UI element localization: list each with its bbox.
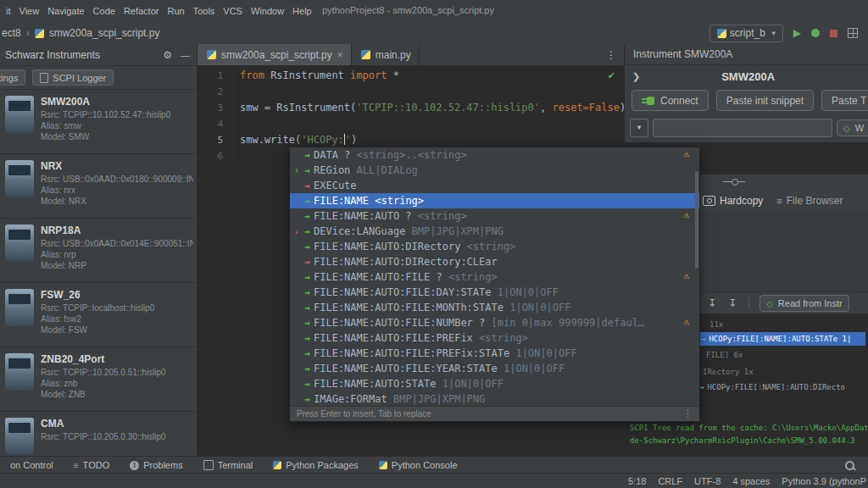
instrument-resource: Rsrc: TCPIP::10.205.0.30::hislip0 <box>41 431 166 442</box>
status-item[interactable]: 5:18 <box>628 476 646 486</box>
dropdown-button[interactable]: ▼ <box>630 119 648 137</box>
toolwindow-button-terminal[interactable]: Terminal <box>193 460 264 470</box>
read-from-instrument-button[interactable]: ◇ Read from Instr <box>760 295 849 312</box>
completion-item[interactable]: →FILE:NAME:AUTO ? <string>⚠ <box>290 208 699 224</box>
completion-item[interactable]: →FILE:NAME:AUTO:FILE:DAY:STATe 1|ON|0|OF… <box>290 285 699 300</box>
paste-init-snippet-button[interactable]: Paste init snippet <box>716 90 814 111</box>
search-icon[interactable] <box>845 461 854 470</box>
read-settings-icon[interactable]: ↧ <box>708 297 716 309</box>
editor-tab[interactable]: smw200a_scpi_script.py× <box>198 44 352 65</box>
menu-item-refactor[interactable]: Refactor <box>120 2 164 20</box>
error-icon: ! <box>130 461 139 470</box>
toolwindow-button-on-control[interactable]: on Control <box>0 460 64 470</box>
instrument-info: CMARsrc: TCPIP::10.205.0.30::hislip0 <box>41 418 166 456</box>
completion-params: 1|ON|0|OFF <box>437 378 504 390</box>
status-item[interactable]: Python 3.9 (pythonP <box>782 476 866 486</box>
scrollbar-thumb[interactable] <box>695 171 698 269</box>
completion-item[interactable]: →FILE:NAME:AUTO:DIRectory <string> <box>290 239 699 254</box>
breadcrumb-file[interactable]: smw200a_scpi_script.py <box>47 27 162 39</box>
connect-button[interactable]: Connect <box>632 90 709 111</box>
instrument-card[interactable]: ZNB20_4PortRsrc: TCPIP::10.205.0.51::his… <box>0 347 197 412</box>
instrument-card[interactable]: NRXRsrc: USB::0x0AAD::0x0180::900009::IN… <box>0 154 197 219</box>
read-from-label: Read from Instr <box>778 298 843 308</box>
stop-button[interactable] <box>830 30 837 37</box>
instrument-card[interactable]: SMW200ARsrc: TCPIP::10.102.52.47::hislip… <box>0 90 197 154</box>
layout-grid-icon[interactable] <box>848 28 858 38</box>
read-all-icon[interactable]: ↧ <box>728 297 737 309</box>
status-item[interactable]: CRLF <box>658 476 682 486</box>
menu-item-run[interactable]: Run <box>163 2 188 20</box>
code-line[interactable]: 1from RsInstrument import * <box>198 68 624 84</box>
settings-button[interactable]: ttings <box>0 69 25 86</box>
editor-tab[interactable]: main.py <box>352 44 420 65</box>
code-line[interactable]: 4 <box>198 116 624 132</box>
completion-params: ALL|DIALog <box>350 164 417 176</box>
completion-item[interactable]: ↓→DEVice:LANGuage BMP|JPG|XPM|PNG <box>290 224 699 239</box>
tab-file-browser[interactable]: ≡ File Browser <box>776 195 843 207</box>
completion-item[interactable]: →FILE:NAME:AUTO:FILE:PREFix <string> <box>290 330 699 346</box>
menu-item-vcs[interactable]: VCS <box>219 2 247 20</box>
completion-item[interactable]: →FILE:NAME:AUTO:FILE:PREFix:STATe 1|ON|0… <box>290 346 699 361</box>
file-browser-label: File Browser <box>787 195 843 207</box>
completion-options-icon[interactable]: ⋮ <box>683 408 693 419</box>
menu-item-code[interactable]: Code <box>89 2 120 20</box>
instrument-card[interactable]: FSW_26Rsrc: TCPIP::localhost::hislip0Ali… <box>0 283 197 347</box>
toolwindow-button-problems[interactable]: !Problems <box>120 460 192 470</box>
debug-button[interactable] <box>811 29 820 37</box>
instrument-name: CMA <box>41 418 166 430</box>
code-text: smw = RsInstrument('TCPIP::10.102.52.47:… <box>240 100 624 116</box>
completion-item[interactable]: →FILE:NAME:AUTO:FILE:YEAR:STATe 1|ON|0|O… <box>290 361 699 376</box>
completion-item[interactable]: →IMAGe:FORMat BMP|JPG|XPM|PNG <box>290 391 699 407</box>
instrument-alias: Alias: nrp <box>41 249 193 260</box>
status-bar: 5:18CRLFUTF-84 spacesPython 3.9 (pythonP <box>0 473 868 488</box>
instrument-card[interactable]: CMARsrc: TCPIP::10.205.0.30::hislip0 <box>0 412 197 456</box>
completion-item[interactable]: →DATA ? <string>..<string>⚠ <box>290 147 699 163</box>
tab-close-icon[interactable]: × <box>337 49 343 61</box>
instrument-alias: Alias: fsw2 <box>41 313 154 324</box>
status-item[interactable]: 4 spaces <box>732 476 770 486</box>
completion-params: <string>..<string> <box>350 149 466 161</box>
scpi-command-field[interactable] <box>653 119 832 137</box>
editor-options-icon[interactable]: ⋮ <box>598 44 624 65</box>
menu-item-window[interactable]: Window <box>247 2 288 20</box>
completion-item[interactable]: ↑→REGion ALL|DIALog <box>290 163 699 178</box>
completion-item[interactable]: →FILE:NAME:AUTO:FILE ? <string>⚠ <box>290 269 699 285</box>
paste-t-button[interactable]: Paste T <box>821 90 868 111</box>
hide-panel-icon[interactable]: — <box>181 50 190 60</box>
instrument-card[interactable]: NRP18ARsrc: USB::0x0AAD::0x014E::900051:… <box>0 219 197 283</box>
toolwindow-button-todo[interactable]: ≡TODO <box>64 460 120 470</box>
menu-item-tools[interactable]: Tools <box>189 2 220 20</box>
inspections-ok-icon[interactable]: ✔ <box>608 70 615 81</box>
completion-item[interactable]: →FILE:NAME:AUTO:FILE:MONTh:STATe 1|ON|0|… <box>290 300 699 315</box>
toolwindow-button-python-console[interactable]: Python Console <box>369 460 468 470</box>
run-button[interactable]: ▶ <box>793 27 801 39</box>
menu-item-view[interactable]: View <box>15 2 44 20</box>
gear-icon[interactable]: ⚙ <box>163 49 172 61</box>
breadcrumb-project[interactable]: ect8 <box>0 27 23 39</box>
chevron-right-icon[interactable]: ❯ <box>625 71 648 82</box>
console-line[interactable]: →HCOPy:FILE[:NAME]:AUTO:DIRecto <box>699 383 845 391</box>
completion-item[interactable]: →FILE:NAME:AUTO:FILE:NUMBer ? [min 0|max… <box>290 315 699 330</box>
code-line[interactable]: 2 <box>198 84 624 100</box>
completion-item[interactable]: →FILE:NAME <string> <box>290 193 699 208</box>
run-config-icon <box>717 29 726 38</box>
console-line[interactable]: →HCOPy:FILE[:NAME]:AUTO:STATe 1| <box>698 332 865 346</box>
code-line[interactable]: 3smw = RsInstrument('TCPIP::10.102.52.47… <box>198 100 624 116</box>
menu-item-navigate[interactable]: Navigate <box>43 2 88 20</box>
toolwindow-button-python-packages[interactable]: Python Packages <box>263 460 369 470</box>
slider-icon[interactable] <box>723 178 745 186</box>
completion-footer: Press Enter to insert, Tab to replace ⋮ <box>290 406 699 421</box>
tab-hardcopy[interactable]: Hardcopy <box>703 195 763 207</box>
completion-item[interactable]: →FILE:NAME:AUTO:DIRectory:CLEar <box>290 254 699 269</box>
scpi-logger-button[interactable]: SCPI Logger <box>32 69 114 86</box>
status-item[interactable]: UTF-8 <box>694 476 721 486</box>
document-icon <box>40 73 48 83</box>
code-segment: * <box>387 69 398 81</box>
navigation-bar: ect8 › smw200a_scpi_script.py script_b ▼… <box>0 22 868 45</box>
completion-item[interactable]: →FILE:NAME:AUTO:STATe 1|ON|0|OFF <box>290 376 699 391</box>
completion-item[interactable]: →EXECute <box>290 178 699 193</box>
run-config-selector[interactable]: script_b ▼ <box>709 25 783 42</box>
write-button[interactable]: ◇ W <box>837 119 868 136</box>
menu-item-it[interactable]: it <box>2 2 15 20</box>
menu-item-help[interactable]: Help <box>288 2 316 20</box>
